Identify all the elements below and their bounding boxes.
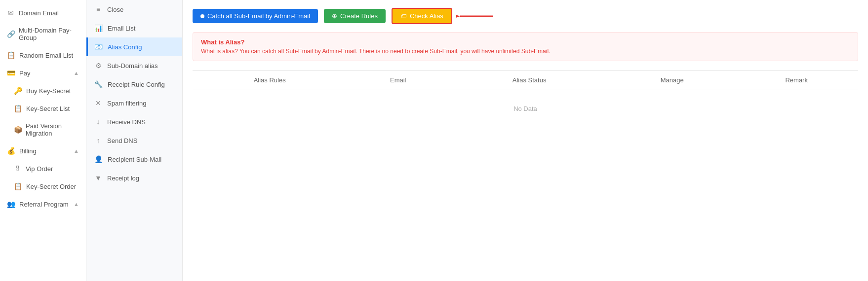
sidebar-label: Random Email List (19, 52, 73, 59)
nav-item-receipt-log[interactable]: ▼ Receipt log (86, 169, 182, 187)
list-icon: 📋 (7, 51, 15, 59)
col-manage: Manage (609, 70, 735, 90)
create-rules-button[interactable]: ⊕ Create Rules (324, 9, 386, 23)
email-icon: ✉ (7, 9, 15, 17)
sidebar-label: Referral Program (19, 201, 69, 208)
chart-icon: 📊 (94, 24, 103, 32)
nav-item-spam-filtering[interactable]: ✕ Spam filtering (86, 94, 182, 112)
nav-item-label: Alias Config (108, 43, 142, 51)
referral-icon: 👥 (7, 200, 15, 208)
sidebar-item-key-secret-list[interactable]: 📋 Key-Secret List (0, 100, 86, 117)
empty-data-text: No Data (193, 90, 858, 128)
list2-icon: 📋 (14, 105, 22, 112)
nav-item-recipient-sub-mail[interactable]: 👤 Recipient Sub-Mail (86, 150, 182, 169)
sidebar-item-pay[interactable]: 💳 Pay ▲ (0, 64, 86, 82)
sidebar-label: Domain Email (19, 9, 59, 17)
subdomain-icon: ⚙ (94, 62, 102, 70)
receive-dns-icon: ↓ (94, 118, 102, 126)
vip-icon: 🎖 (14, 165, 22, 173)
main-content: Catch all Sub-Email by Admin-Email ⊕ Cre… (183, 0, 868, 281)
sidebar-label: Paid Version Migration (26, 122, 79, 137)
plus-circle-icon: ⊕ (332, 12, 337, 20)
toolbar: Catch all Sub-Email by Admin-Email ⊕ Cre… (193, 8, 858, 24)
sidebar-label: Buy Key-Secret (26, 87, 71, 95)
create-rules-label: Create Rules (340, 12, 378, 20)
nav-item-label: Receive DNS (107, 118, 146, 126)
sidebar-item-multi-domain[interactable]: 🔗 Multi-Domain Pay-Group (0, 22, 86, 46)
alias-table: Alias Rules Email Alias Status Manage Re… (193, 70, 858, 127)
sidebar-item-buy-key-secret[interactable]: 🔑 Buy Key-Secret (0, 82, 86, 100)
pay-icon: 💳 (7, 69, 15, 77)
nav-item-label: Email List (108, 25, 135, 32)
sidebar-item-vip-order[interactable]: 🎖 Vip Order (0, 160, 86, 177)
sidebar-label: Multi-Domain Pay-Group (19, 27, 79, 41)
sidebar-label: Pay (19, 70, 30, 77)
nav-item-receipt-rule-config[interactable]: 🔧 Receipt Rule Config (86, 75, 182, 94)
info-box-title: What is Alias? (201, 38, 850, 46)
check-alias-section: 🏷 Check Alias (392, 8, 496, 24)
col-alias-status: Alias Status (449, 70, 609, 90)
package-icon: 📦 (14, 126, 22, 134)
sidebar-label: Key-Secret Order (26, 183, 76, 190)
nav-panel: ≡ Close 📊 Email List 📧 Alias Config ⚙ Su… (86, 0, 183, 281)
sidebar-label: Vip Order (26, 165, 53, 173)
dot-icon (200, 14, 204, 18)
sidebar-label: Billing (19, 147, 37, 155)
catch-all-label: Catch all Sub-Email by Admin-Email (207, 12, 310, 20)
chevron-down-icon: ▲ (74, 201, 79, 207)
col-remark: Remark (735, 70, 858, 90)
nav-item-receive-dns[interactable]: ↓ Receive DNS (86, 112, 182, 131)
check-alias-button[interactable]: 🏷 Check Alias (392, 8, 452, 24)
catch-all-button[interactable]: Catch all Sub-Email by Admin-Email (193, 9, 318, 23)
rule-icon: 🔧 (94, 80, 103, 88)
nav-item-label: Send DNS (107, 137, 137, 144)
alias-icon: 📧 (94, 43, 103, 51)
sidebar-item-domain-email[interactable]: ✉ Domain Email (0, 4, 86, 22)
info-box: What is Alias? What is alias? You can ca… (193, 32, 858, 61)
nav-item-label: Receipt Rule Config (108, 81, 165, 88)
send-dns-icon: ↑ (94, 137, 102, 144)
sidebar-label: Key-Secret List (26, 105, 70, 112)
table-header-row: Alias Rules Email Alias Status Manage Re… (193, 70, 858, 90)
nav-item-close[interactable]: ≡ Close (86, 0, 182, 19)
recipient-icon: 👤 (94, 155, 103, 163)
key-icon: 🔑 (14, 87, 22, 95)
sidebar-item-referral-program[interactable]: 👥 Referral Program ▲ (0, 195, 86, 213)
left-sidebar: ✉ Domain Email 🔗 Multi-Domain Pay-Group … (0, 0, 86, 281)
order-icon: 📋 (14, 182, 22, 190)
nav-item-send-dns[interactable]: ↑ Send DNS (86, 131, 182, 150)
check-alias-label: Check Alias (410, 12, 443, 20)
nav-item-alias-config[interactable]: 📧 Alias Config (86, 37, 182, 56)
col-email: Email (347, 70, 449, 90)
nav-item-email-list[interactable]: 📊 Email List (86, 19, 182, 37)
table-empty-row: No Data (193, 90, 858, 128)
col-alias-rules: Alias Rules (193, 70, 347, 90)
nav-item-label: Recipient Sub-Mail (108, 156, 161, 163)
nav-item-label: Close (107, 6, 123, 13)
sidebar-item-billing[interactable]: 💰 Billing ▲ (0, 142, 86, 160)
close-menu-icon: ≡ (94, 5, 102, 13)
arrow-svg (456, 9, 496, 24)
info-box-text: What is alias? You can catch all Sub-Ema… (201, 48, 850, 55)
sidebar-item-key-secret-order[interactable]: 📋 Key-Secret Order (0, 177, 86, 195)
sidebar-item-paid-version-migration[interactable]: 📦 Paid Version Migration (0, 117, 86, 142)
billing-icon: 💰 (7, 147, 15, 155)
tag-icon: 🏷 (400, 12, 407, 20)
sidebar-item-random-email[interactable]: 📋 Random Email List (0, 46, 86, 64)
receipt-log-icon: ▼ (94, 174, 102, 182)
spam-icon: ✕ (94, 99, 102, 107)
chevron-up2-icon: ▲ (74, 148, 79, 154)
red-arrow-annotation (456, 9, 496, 24)
nav-item-label: Receipt log (107, 175, 139, 182)
link-icon: 🔗 (7, 30, 15, 38)
nav-item-label: Spam filtering (107, 100, 146, 107)
nav-item-label: Sub-Domain alias (107, 62, 158, 70)
chevron-up-icon: ▲ (74, 70, 79, 76)
nav-item-sub-domain-alias[interactable]: ⚙ Sub-Domain alias (86, 56, 182, 75)
